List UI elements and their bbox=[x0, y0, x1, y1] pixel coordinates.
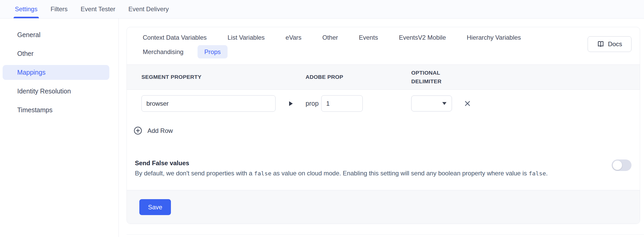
save-button[interactable]: Save bbox=[139, 199, 171, 215]
column-header-adobe-prop: ADOBE PROP bbox=[306, 73, 411, 81]
main-area: Context Data Variables List Variables eV… bbox=[119, 19, 644, 237]
segment-property-cell bbox=[141, 95, 306, 112]
delimiter-select[interactable] bbox=[411, 96, 452, 111]
table-row: prop bbox=[127, 90, 640, 112]
sidebar-item-mappings[interactable]: Mappings bbox=[3, 65, 109, 80]
card-footer: Save bbox=[127, 190, 640, 224]
segment-property-input[interactable] bbox=[141, 95, 276, 112]
top-nav: Settings Filters Event Tester Event Deli… bbox=[0, 0, 644, 19]
tab-settings[interactable]: Settings bbox=[15, 0, 38, 18]
tab-filters[interactable]: Filters bbox=[51, 0, 68, 18]
mapping-table-header: SEGMENT PROPERTY ADOBE PROP OPTIONAL DEL… bbox=[127, 64, 640, 90]
tab-event-tester[interactable]: Event Tester bbox=[81, 0, 115, 18]
optional-delimiter-cell bbox=[411, 96, 640, 111]
docs-button[interactable]: Docs bbox=[588, 36, 631, 52]
tab-event-tester-label: Event Tester bbox=[81, 5, 115, 13]
adobe-prop-number-input[interactable] bbox=[321, 95, 363, 112]
chevron-down-icon bbox=[442, 102, 446, 105]
tab-filters-label: Filters bbox=[51, 5, 68, 13]
send-false-values-toggle[interactable] bbox=[612, 159, 631, 171]
tab-merchandising[interactable]: Merchandising bbox=[136, 45, 190, 58]
description-text-2: as value on cloud mode. Enabling this se… bbox=[271, 170, 529, 177]
tab-list-variables[interactable]: List Variables bbox=[221, 31, 271, 44]
tab-hierarchy-variables[interactable]: Hierarchy Variables bbox=[460, 31, 528, 44]
tab-context-data-variables[interactable]: Context Data Variables bbox=[136, 31, 213, 44]
sidebar-item-timestamps[interactable]: Timestamps bbox=[3, 103, 109, 117]
active-tab-underline bbox=[14, 17, 39, 18]
add-row-label: Add Row bbox=[147, 127, 173, 134]
add-row-button[interactable]: Add Row bbox=[134, 126, 173, 135]
add-circle-icon bbox=[134, 126, 142, 135]
send-false-values-text: Send False values By default, we don't s… bbox=[135, 159, 548, 179]
tab-event-delivery-label: Event Delivery bbox=[128, 5, 169, 13]
maps-to-arrow-icon bbox=[289, 101, 293, 106]
send-false-values-title: Send False values bbox=[135, 159, 548, 167]
docs-button-label: Docs bbox=[608, 40, 622, 48]
close-icon bbox=[464, 100, 471, 107]
prop-prefix-label: prop bbox=[306, 100, 319, 107]
description-text-3: . bbox=[546, 170, 548, 177]
tab-settings-label: Settings bbox=[15, 5, 38, 13]
sidebar-item-identity-resolution[interactable]: Identity Resolution bbox=[3, 84, 109, 99]
next-card-top-edge bbox=[127, 234, 644, 235]
book-icon bbox=[597, 40, 604, 48]
sidebar-item-other[interactable]: Other bbox=[3, 46, 109, 61]
mapping-tabs-header: Context Data Variables List Variables eV… bbox=[127, 27, 640, 64]
tab-evars[interactable]: eVars bbox=[279, 31, 308, 44]
remove-row-button[interactable] bbox=[464, 100, 471, 107]
send-false-values-section: Send False values By default, we don't s… bbox=[135, 159, 631, 179]
tab-event-delivery[interactable]: Event Delivery bbox=[128, 0, 169, 18]
mappings-card: Context Data Variables List Variables eV… bbox=[127, 27, 640, 224]
toggle-knob bbox=[613, 161, 622, 170]
false-code-1: false bbox=[254, 170, 271, 177]
mapping-tabs-row-1: Context Data Variables List Variables eV… bbox=[136, 31, 585, 44]
sidebar-item-general[interactable]: General bbox=[3, 27, 109, 42]
settings-sidebar: General Other Mappings Identity Resoluti… bbox=[0, 19, 119, 237]
column-header-segment-property: SEGMENT PROPERTY bbox=[141, 73, 306, 81]
false-code-2: false bbox=[529, 170, 546, 177]
send-false-values-description: By default, we don't send properties wit… bbox=[135, 168, 548, 179]
tab-other[interactable]: Other bbox=[315, 31, 345, 44]
tab-eventsv2-mobile[interactable]: EventsV2 Mobile bbox=[392, 31, 453, 44]
adobe-prop-cell: prop bbox=[306, 95, 411, 112]
content-area: General Other Mappings Identity Resoluti… bbox=[0, 19, 644, 237]
column-header-optional-delimiter: OPTIONAL DELIMITER bbox=[411, 69, 456, 86]
description-text-1: By default, we don't send properties wit… bbox=[135, 170, 254, 177]
tab-events[interactable]: Events bbox=[352, 31, 385, 44]
tab-props[interactable]: Props bbox=[198, 45, 228, 58]
mapping-tabs-row-2: Merchandising Props bbox=[136, 45, 585, 58]
